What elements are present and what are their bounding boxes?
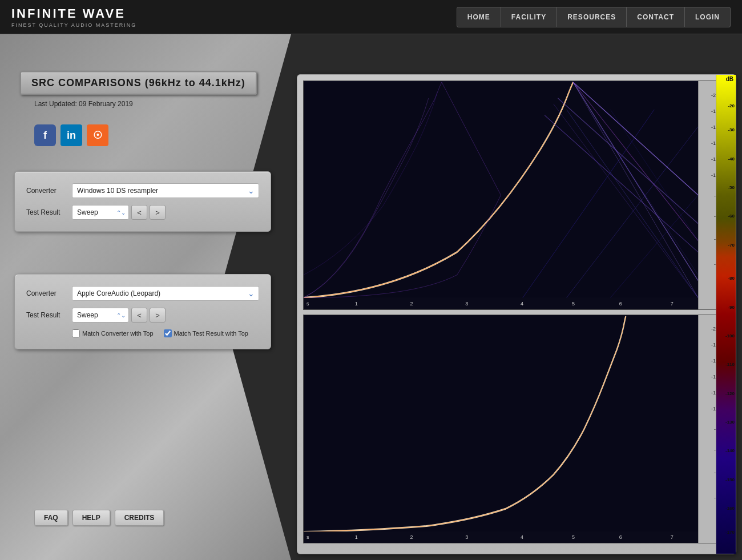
converter-panel-1: Converter Windows 10 DS resampler Apple … bbox=[14, 171, 271, 232]
db-minus150: -150 bbox=[725, 477, 735, 482]
help-button[interactable]: HELP bbox=[72, 510, 110, 526]
test-result-row-2: Test Result Sweep Impulse Noise < > bbox=[26, 308, 259, 323]
x-label-7-2: 7 bbox=[671, 534, 674, 540]
converter-row-1: Converter Windows 10 DS resampler Apple … bbox=[26, 183, 259, 198]
credits-button[interactable]: CREDITS bbox=[115, 510, 164, 526]
header: INFINITE WAVE FINEST QUALITY AUDIO MASTE… bbox=[0, 0, 742, 34]
logo-title: INFINITE WAVE bbox=[11, 6, 136, 21]
page-title: SRC COMPARISONS (96kHz to 44.1kHz) bbox=[31, 77, 245, 88]
bottom-buttons: FAQ HELP CREDITS bbox=[34, 510, 164, 526]
db-minus50: -50 bbox=[728, 185, 735, 190]
svg-rect-0 bbox=[304, 81, 698, 298]
x-label-5: 5 bbox=[572, 301, 575, 307]
converter-select-wrapper-1: Windows 10 DS resampler Apple CoreAudio … bbox=[72, 183, 259, 198]
facebook-label: f bbox=[43, 130, 47, 142]
converter-row-2: Converter Apple CoreAudio (Leopard) Wind… bbox=[26, 286, 259, 301]
db-minus90: -90 bbox=[728, 305, 735, 310]
chart-1: s 1 2 3 4 5 6 7 Hz -20000 -18000 -16000 … bbox=[303, 80, 730, 310]
db-minus30: -30 bbox=[728, 127, 735, 132]
x-label-3-2: 3 bbox=[465, 534, 468, 540]
match-result-checkbox[interactable] bbox=[164, 329, 172, 337]
chart-svg-area-1 bbox=[304, 81, 698, 298]
main-nav: HOMEFACILITYRESOURCESCONTACTLOGIN bbox=[457, 7, 731, 27]
test-result-select-wrapper-1: Sweep Impulse Noise bbox=[72, 205, 129, 220]
x-axis-2: s 1 2 3 4 5 6 7 bbox=[304, 531, 698, 543]
logo-subtitle: FINEST QUALITY AUDIO MASTERING bbox=[11, 22, 136, 28]
x-label-4: 4 bbox=[521, 301, 523, 307]
nav-facility[interactable]: FACILITY bbox=[501, 7, 557, 27]
x-label-s-2: s bbox=[307, 534, 309, 540]
x-label-3: 3 bbox=[465, 301, 468, 307]
logo-area: INFINITE WAVE FINEST QUALITY AUDIO MASTE… bbox=[11, 6, 136, 28]
rss-label: ☉ bbox=[93, 129, 102, 142]
nav-login[interactable]: LOGIN bbox=[685, 7, 730, 27]
converter-select-wrapper-2: Apple CoreAudio (Leopard) Windows 10 DS … bbox=[72, 286, 259, 301]
db-title: dB bbox=[726, 76, 733, 82]
db-minus120: -120 bbox=[725, 391, 735, 396]
next-button-2[interactable]: > bbox=[150, 308, 166, 323]
chart-svg-1 bbox=[304, 81, 698, 298]
chart-svg-2 bbox=[304, 315, 698, 532]
linkedin-icon[interactable]: in bbox=[61, 124, 82, 146]
nav-resources[interactable]: RESOURCES bbox=[557, 7, 627, 27]
db-minus110: -110 bbox=[725, 362, 735, 367]
last-updated: Last Updated: 09 February 2019 bbox=[34, 100, 133, 108]
social-icons: f in ☉ bbox=[34, 124, 108, 146]
x-label-4-2: 4 bbox=[521, 534, 523, 540]
checkbox-row: Match Converter with Top Match Test Resu… bbox=[26, 329, 259, 337]
nav-contact[interactable]: CONTACT bbox=[627, 7, 685, 27]
test-result-label-1: Test Result bbox=[26, 208, 72, 216]
x-label-s: s bbox=[307, 301, 309, 307]
db-minus140: -140 bbox=[725, 448, 735, 453]
test-result-select-1[interactable]: Sweep Impulse Noise bbox=[72, 205, 129, 220]
x-label-1: 1 bbox=[355, 301, 358, 307]
converter-label-1: Converter bbox=[26, 187, 72, 195]
db-minus20: -20 bbox=[728, 103, 735, 108]
db-minus100: -100 bbox=[725, 333, 735, 339]
x-label-2-2: 2 bbox=[410, 534, 413, 540]
x-label-6: 6 bbox=[619, 301, 622, 307]
x-label-7: 7 bbox=[671, 301, 674, 307]
x-label-2: 2 bbox=[410, 301, 413, 307]
match-converter-label: Match Converter with Top bbox=[72, 329, 154, 337]
chart-2: s 1 2 3 4 5 6 7 Hz -20000 -18000 -16000 … bbox=[303, 315, 730, 544]
rss-icon[interactable]: ☉ bbox=[87, 124, 108, 146]
test-result-select-wrapper-2: Sweep Impulse Noise bbox=[72, 308, 129, 323]
prev-button-2[interactable]: < bbox=[131, 308, 147, 323]
converter-panel-2: Converter Apple CoreAudio (Leopard) Wind… bbox=[14, 274, 271, 349]
db-minus40: -40 bbox=[728, 156, 735, 162]
prev-button-1[interactable]: < bbox=[131, 205, 147, 220]
next-button-1[interactable]: > bbox=[150, 205, 166, 220]
linkedin-label: in bbox=[67, 130, 76, 142]
converter-select-2[interactable]: Apple CoreAudio (Leopard) Windows 10 DS … bbox=[72, 286, 259, 301]
db-minus170: -170 bbox=[725, 530, 735, 535]
db-minus60: -60 bbox=[728, 213, 735, 219]
db-scale: dB -20 -30 -40 -50 -60 -70 -80 -90 -100 … bbox=[716, 75, 736, 554]
match-converter-checkbox[interactable] bbox=[72, 329, 80, 337]
test-result-row-1: Test Result Sweep Impulse Noise < > bbox=[26, 205, 259, 220]
test-result-label-2: Test Result bbox=[26, 311, 72, 319]
converter-label-2: Converter bbox=[26, 289, 72, 297]
x-label-6-2: 6 bbox=[619, 534, 622, 540]
db-minus160: -160 bbox=[725, 506, 735, 511]
content-area: SRC COMPARISONS (96kHz to 44.1kHz) Last … bbox=[0, 34, 742, 560]
faq-button[interactable]: FAQ bbox=[34, 510, 68, 526]
page-title-box: SRC COMPARISONS (96kHz to 44.1kHz) bbox=[20, 71, 257, 95]
right-panel: s 1 2 3 4 5 6 7 Hz -20000 -18000 -16000 … bbox=[297, 74, 736, 554]
x-label-1-2: 1 bbox=[355, 534, 358, 540]
chart-svg-area-2 bbox=[304, 315, 698, 532]
facebook-icon[interactable]: f bbox=[34, 124, 56, 146]
svg-rect-2 bbox=[304, 315, 698, 532]
test-result-select-2[interactable]: Sweep Impulse Noise bbox=[72, 308, 129, 323]
match-result-label: Match Test Result with Top bbox=[164, 329, 248, 337]
x-axis-1: s 1 2 3 4 5 6 7 bbox=[304, 298, 698, 309]
converter-select-1[interactable]: Windows 10 DS resampler Apple CoreAudio … bbox=[72, 183, 259, 198]
nav-home[interactable]: HOME bbox=[457, 7, 501, 27]
db-minus70: -70 bbox=[728, 243, 735, 248]
x-label-5-2: 5 bbox=[572, 534, 575, 540]
db-minus130: -130 bbox=[725, 420, 735, 425]
db-minus80: -80 bbox=[728, 276, 735, 281]
